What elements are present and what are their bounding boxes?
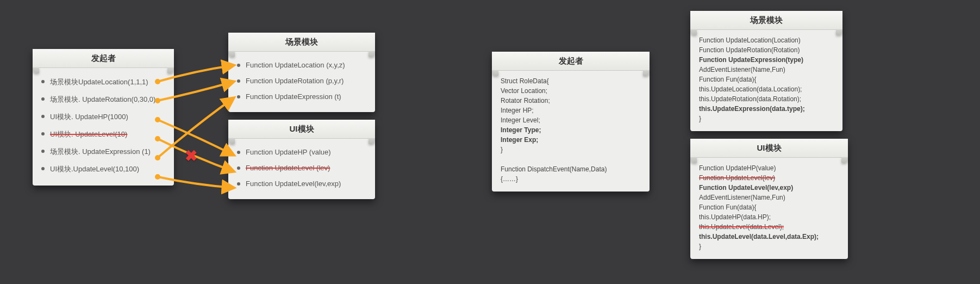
code-line: Function DispatchEvent(Name,Data) xyxy=(501,164,641,174)
list-item: Function UpdateHP (value) xyxy=(237,144,366,160)
code-line: } xyxy=(699,242,839,251)
code-line: this.UpdateLocation(data.Location); xyxy=(699,84,834,94)
code-line: this.UpdateRotation(data.Rotation); xyxy=(699,94,834,104)
code-line: AddEventListener(Name,Fun) xyxy=(699,193,839,202)
code-line: Function UpdateExpression(type) xyxy=(699,55,834,65)
code-line: Function Fun(data){ xyxy=(699,202,839,212)
list-item: 场景模块. UpdateRotation(0,30,0) xyxy=(41,91,165,108)
list-item: 场景模块UpdateLocation(1,1,1) xyxy=(41,73,165,91)
code-line: Rotator Rotation; xyxy=(501,96,641,106)
card-title: UI模块 xyxy=(228,120,375,139)
code-line: Function Fun(data){ xyxy=(699,75,834,84)
code-line: } xyxy=(699,114,834,124)
code-line: Integer HP; xyxy=(501,106,641,115)
card-right-ui: UI模块 Function UpdateHP(value)Function Up… xyxy=(690,139,848,259)
card-title: 发起者 xyxy=(492,52,650,71)
card-left-originator: 发起者 场景模块UpdateLocation(1,1,1)场景模块. Updat… xyxy=(33,49,174,186)
code-line: this.UpdateExpression(data.type); xyxy=(699,104,834,114)
card-title: UI模块 xyxy=(690,139,848,158)
code-line: this.UpdateHP(data.HP); xyxy=(699,212,839,222)
card-left-ui: UI模块 Function UpdateHP (value)Function U… xyxy=(228,120,375,199)
code-line: Function UpdateLevel(lev) xyxy=(699,173,839,183)
code-line: Integer Exp; xyxy=(501,135,641,145)
card-title: 场景模块 xyxy=(228,33,375,52)
code-line: } xyxy=(501,145,641,155)
list-item: Function UpdateLevel (lev) xyxy=(237,160,366,176)
card-title: 发起者 xyxy=(33,49,174,68)
list-item: UI模块. UpdateLevel(10) xyxy=(41,126,165,143)
code-line: this.UpdateLevel(data.Level,data.Exp); xyxy=(699,232,839,242)
list-item: Function UpdateLevel(lev,exp) xyxy=(237,176,366,192)
code-line xyxy=(501,155,641,164)
list-item: UI模块. UpdateHP(1000) xyxy=(41,108,165,126)
card-title: 场景模块 xyxy=(690,11,842,30)
code-line: AddEventListener(Name,Fun) xyxy=(699,65,834,75)
list-item: 场景模块. UpdateExpression (1) xyxy=(41,143,165,160)
code-line: Struct RoleData{ xyxy=(501,76,641,86)
card-left-scene: 场景模块 Function UpdateLocation (x,y,z)Func… xyxy=(228,33,375,112)
code-line: Function UpdateLevel(lev,exp) xyxy=(699,183,839,193)
code-line: Function UpdateHP(value) xyxy=(699,163,839,173)
list-item: Function UpdateRotation (p,y,r) xyxy=(237,73,366,89)
code-line: Vector Location; xyxy=(501,86,641,96)
code-line: Function UpdateLocation(Location) xyxy=(699,35,834,45)
list-item: Function UpdateExpression (t) xyxy=(237,89,366,104)
code-line: Integer Type; xyxy=(501,125,641,135)
card-right-originator: 发起者 Struct RoleData{Vector Location;Rota… xyxy=(492,52,650,192)
code-line: Function UpdateRotation(Rotation) xyxy=(699,45,834,55)
list-item: UI模块.UpdateLevel(10,100) xyxy=(41,160,165,178)
code-line: Integer Level; xyxy=(501,115,641,125)
code-line: this.UpdateLevel(data.Level); xyxy=(699,222,839,232)
list-item: Function UpdateLocation (x,y,z) xyxy=(237,57,366,73)
cross-icon: ✖ xyxy=(185,147,197,165)
code-line: {……} xyxy=(501,174,641,184)
card-right-scene: 场景模块 Function UpdateLocation(Location)Fu… xyxy=(690,11,842,131)
